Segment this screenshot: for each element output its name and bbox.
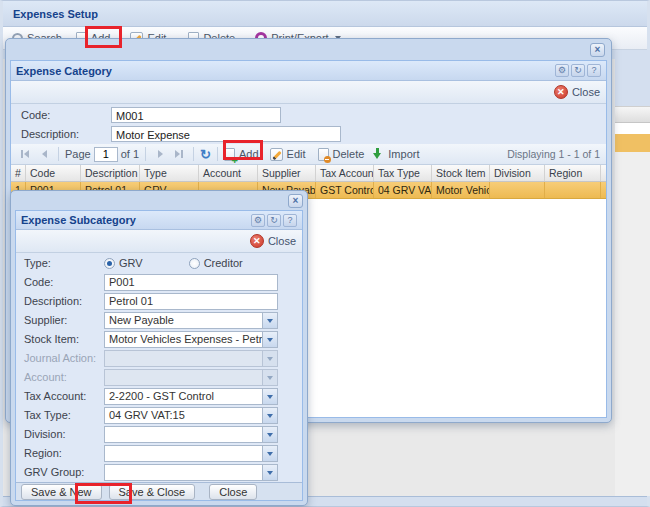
grid-edit-button[interactable]: Edit <box>270 148 306 161</box>
column-header-tax-type[interactable]: Tax Type <box>374 165 432 181</box>
journal-action-label: Journal Action: <box>24 352 96 364</box>
subcategory-form: Type:GRVCreditorCode:P001Description:Pet… <box>16 253 302 482</box>
combo-arrow-icon[interactable] <box>262 445 278 462</box>
region-row: Region: <box>16 445 302 464</box>
gear-icon[interactable]: ⚙ <box>251 214 265 227</box>
combo-arrow-icon[interactable] <box>262 464 278 481</box>
cell-stock-item: Motor Vehic... <box>432 182 490 198</box>
panel-title: Expense Category <box>16 65 555 77</box>
type-radio-grv[interactable]: GRV <box>104 257 143 269</box>
code-input[interactable]: P001 <box>104 274 278 291</box>
code-input[interactable] <box>111 107 281 123</box>
column-header-region[interactable]: Region <box>545 165 601 181</box>
background-grid-header <box>615 106 650 123</box>
background-selected-row <box>615 134 650 152</box>
column-header-num[interactable]: # <box>11 165 26 181</box>
tax-type-label: Tax Type: <box>24 409 71 421</box>
refresh-icon[interactable]: ↻ <box>200 148 211 161</box>
account-label: Account: <box>24 371 67 383</box>
close-button[interactable]: Close <box>209 484 257 500</box>
tax-account-combo[interactable]: 2-2200 - GST Control <box>104 388 278 405</box>
column-header-code[interactable]: Code <box>26 165 81 181</box>
column-header-stock-item[interactable]: Stock Item <box>432 165 490 181</box>
type-radio-creditor[interactable]: Creditor <box>189 257 243 269</box>
grid-add-button[interactable]: Add <box>224 148 259 161</box>
next-page-button[interactable] <box>152 146 168 162</box>
close-icon[interactable]: × <box>590 43 605 57</box>
column-header-account[interactable]: Account <box>199 165 258 181</box>
page-input[interactable] <box>94 147 118 162</box>
grv-group-label: GRV Group: <box>24 466 84 478</box>
first-page-button[interactable] <box>17 146 33 162</box>
background-grid-body <box>615 152 650 496</box>
division-row: Division: <box>16 426 302 445</box>
cell-tax-type: 04 GRV VAT <box>374 182 432 198</box>
combo-arrow-icon[interactable] <box>262 312 278 329</box>
description-input[interactable] <box>111 126 341 142</box>
column-header-tax-account[interactable]: Tax Account <box>316 165 374 181</box>
column-header-division[interactable]: Division <box>490 165 545 181</box>
grv-group-combo[interactable] <box>104 464 278 481</box>
radio-icon <box>104 258 115 269</box>
close-x-icon: ✕ <box>554 85 568 99</box>
expense-subcategory-dialog: × Expense Subcategory ⚙ ↻ ? ✕ Close Type… <box>10 190 308 506</box>
refresh-icon[interactable]: ↻ <box>267 214 281 227</box>
delete-icon <box>318 148 329 161</box>
tax-type-combo[interactable]: 04 GRV VAT:15 <box>104 407 278 424</box>
pager-toolbar: Page of 1 ↻ Add Edit Delete Import Displ… <box>11 144 606 165</box>
category-form: Code: Description: <box>11 104 606 144</box>
stock-item-label: Stock Item: <box>24 333 79 345</box>
window-titlebar: Expenses Setup <box>3 1 647 27</box>
description-label: Description: <box>24 295 82 307</box>
panel-toolbar: ✕ Close <box>16 230 302 253</box>
column-header-description[interactable]: Description <box>81 165 140 181</box>
tax-account-label: Tax Account: <box>24 390 86 402</box>
supplier-combo[interactable]: New Payable <box>104 312 278 329</box>
combo-arrow-icon[interactable] <box>262 331 278 348</box>
region-label: Region: <box>24 447 62 459</box>
close-icon[interactable]: × <box>288 194 303 208</box>
combo-arrow-icon <box>262 350 278 367</box>
description-label: Description: <box>21 128 79 140</box>
division-label: Division: <box>24 428 66 440</box>
division-combo[interactable] <box>104 426 278 443</box>
prev-page-button[interactable] <box>36 146 52 162</box>
last-page-button[interactable] <box>171 146 187 162</box>
combo-arrow-icon[interactable] <box>262 426 278 443</box>
column-header-supplier[interactable]: Supplier <box>258 165 316 181</box>
edit-icon <box>270 148 283 161</box>
tax-account-row: Tax Account:2-2200 - GST Control <box>16 388 302 407</box>
save-and-new-button[interactable]: Save & New <box>21 484 102 500</box>
tax-type-row: Tax Type:04 GRV VAT:15 <box>16 407 302 426</box>
help-icon[interactable]: ? <box>587 64 601 77</box>
stock-item-combo[interactable]: Motor Vehicles Expenses - Petrol <box>104 331 278 348</box>
code-label: Code: <box>21 109 50 121</box>
import-icon <box>373 148 384 160</box>
combo-arrow-icon <box>262 369 278 386</box>
grid-import-button[interactable]: Import <box>373 148 419 160</box>
description-input[interactable]: Petrol 01 <box>104 293 278 310</box>
close-x-icon: ✕ <box>250 234 264 248</box>
page-of-label: of 1 <box>121 148 139 160</box>
panel-toolbar: ✕ Close <box>11 81 606 104</box>
type-label: Type: <box>24 257 51 269</box>
combo-arrow-icon[interactable] <box>262 407 278 424</box>
code-label: Code: <box>24 276 53 288</box>
combo-arrow-icon[interactable] <box>262 388 278 405</box>
stock-item-row: Stock Item:Motor Vehicles Expenses - Pet… <box>16 331 302 350</box>
cell-division <box>490 182 545 198</box>
gear-icon[interactable]: ⚙ <box>555 64 569 77</box>
grid-delete-button[interactable]: Delete <box>318 148 365 161</box>
refresh-icon[interactable]: ↻ <box>571 64 585 77</box>
page-label: Page <box>65 148 91 160</box>
column-header-type[interactable]: Type <box>140 165 199 181</box>
journal-action-row: Journal Action: <box>16 350 302 369</box>
save-and-close-button[interactable]: Save & Close <box>109 484 196 500</box>
displaying-status: Displaying 1 - 1 of 1 <box>507 148 600 160</box>
grid-header: #CodeDescriptionTypeAccountSupplierTax A… <box>11 165 606 182</box>
help-icon[interactable]: ? <box>283 214 297 227</box>
close-button[interactable]: ✕ Close <box>554 85 600 99</box>
region-combo[interactable] <box>104 445 278 462</box>
panel-header: Expense Subcategory ⚙ ↻ ? <box>16 211 302 230</box>
close-button[interactable]: ✕ Close <box>250 234 296 248</box>
